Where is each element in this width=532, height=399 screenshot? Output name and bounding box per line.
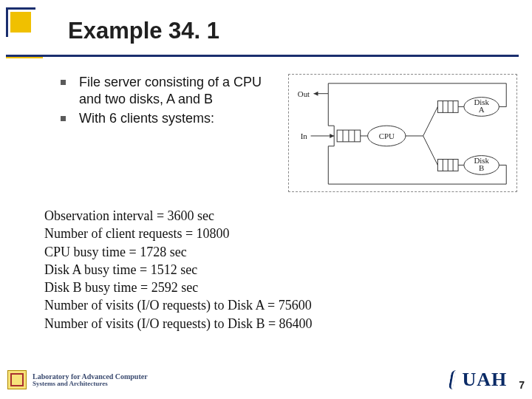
lab-name-line2: Systems and Architectures bbox=[33, 381, 148, 387]
diagram-disk-b-label: DiskB bbox=[474, 156, 489, 172]
university-logo: UAH 7 bbox=[450, 369, 525, 391]
observation-line: Disk B busy time = 2592 sec bbox=[44, 279, 313, 296]
bullet-text: With 6 clients systems: bbox=[79, 110, 214, 127]
lab-name-line1: Laboratory for Advanced Computer bbox=[33, 373, 148, 381]
bullet-icon bbox=[61, 80, 66, 85]
lab-icon bbox=[7, 370, 27, 389]
observation-line: Number of visits (I/O requests) to Disk … bbox=[44, 315, 313, 332]
svg-line-9 bbox=[423, 106, 438, 136]
university-name: UAH bbox=[462, 369, 507, 391]
observation-line: Disk A busy time = 1512 sec bbox=[44, 261, 313, 279]
slide-footer: Laboratory for Advanced Computer Systems… bbox=[7, 366, 525, 393]
bullet-icon bbox=[61, 116, 66, 121]
slide-title: Example 34. 1 bbox=[68, 18, 219, 44]
lab-badge: Laboratory for Advanced Computer Systems… bbox=[7, 370, 148, 389]
arrow-right-icon bbox=[330, 134, 334, 138]
content-row: File server consisting of a CPU and two … bbox=[61, 74, 517, 192]
title-divider bbox=[6, 55, 519, 57]
diagram-in-label: In bbox=[301, 132, 308, 140]
diagram-cpu-label: CPU bbox=[379, 132, 395, 140]
bullet-text: File server consisting of a CPU and two … bbox=[79, 74, 282, 107]
observation-line: Observation interval = 3600 sec bbox=[44, 207, 313, 225]
title-divider-accent bbox=[6, 57, 43, 58]
observations-block: Observation interval = 3600 sec Number o… bbox=[44, 207, 313, 332]
svg-line-10 bbox=[423, 136, 438, 166]
bullet-item: With 6 clients systems: bbox=[61, 110, 282, 127]
diagram-disk-a-label: DiskA bbox=[474, 98, 489, 114]
observation-line: Number of client requests = 10800 bbox=[44, 225, 313, 242]
bullet-item: File server consisting of a CPU and two … bbox=[61, 74, 282, 107]
corner-decoration bbox=[6, 7, 35, 37]
arrow-left-icon bbox=[314, 92, 318, 96]
observation-line: Number of visits (I/O requests) to Disk … bbox=[44, 296, 313, 314]
logo-swoosh-icon bbox=[449, 370, 457, 389]
queueing-diagram: Out In CPU bbox=[288, 74, 517, 192]
bullet-list: File server consisting of a CPU and two … bbox=[61, 74, 282, 192]
observation-line: CPU busy time = 1728 sec bbox=[44, 243, 313, 261]
diagram-out-label: Out bbox=[298, 89, 310, 98]
page-number: 7 bbox=[519, 379, 525, 391]
